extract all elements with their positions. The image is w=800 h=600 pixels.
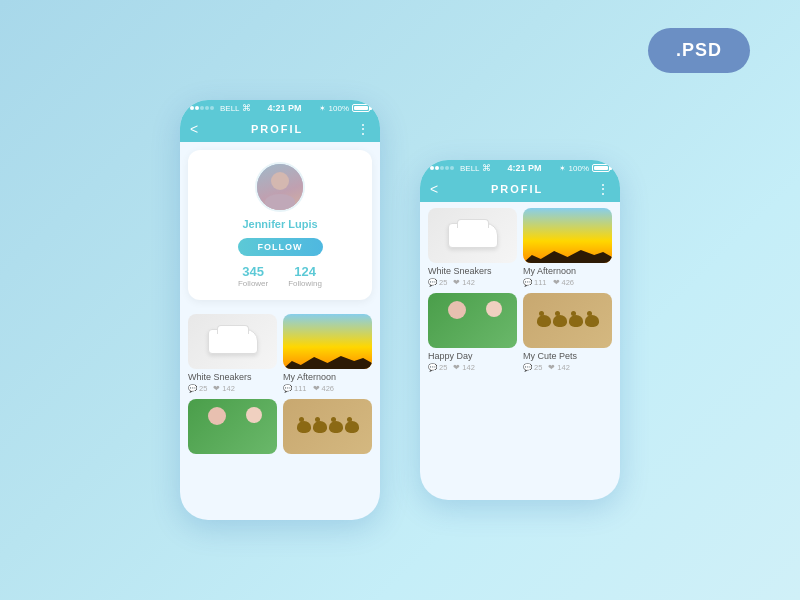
post-title-happy-sm: Happy Day <box>428 351 517 361</box>
menu-button-sm[interactable]: ⋮ <box>596 181 610 197</box>
follow-button[interactable]: FOLLOW <box>238 238 323 256</box>
bluetooth-icon: ✶ <box>319 104 326 113</box>
sneaker-shape-sm <box>448 223 498 248</box>
post-item-sunset-sm[interactable]: My Afternoon 💬 111 ❤ 426 <box>523 208 612 287</box>
posts-grid-large: White Sneakers 💬 25 ❤ 142 My Afternoon 💬… <box>180 308 380 463</box>
avatar <box>255 162 305 212</box>
post-item-happy[interactable] <box>188 399 277 457</box>
avatar-container <box>255 162 305 212</box>
phone-small: BELL ⌘ 4:21 PM ✶ 100% < PROFIL ⋮ <box>420 160 620 500</box>
time-display-sm: 4:21 PM <box>508 163 542 173</box>
carrier-label-sm: BELL <box>460 164 480 173</box>
thumb-puppies <box>283 399 372 454</box>
battery-icon-sm <box>592 164 610 172</box>
post-stats-puppies-sm: 💬 25 ❤ 142 <box>523 363 612 372</box>
likes-sneakers: ❤ 142 <box>213 384 235 393</box>
app-header-large: < PROFIL ⋮ <box>180 116 380 142</box>
battery-label-sm: 100% <box>569 164 589 173</box>
following-label: Following <box>288 279 322 288</box>
followers-label: Follower <box>238 279 268 288</box>
stats-container: 345 Follower 124 Following <box>200 264 360 288</box>
phone-large: BELL ⌘ 4:21 PM ✶ 100% < PROFIL ⋮ <box>180 100 380 520</box>
post-title-sunset: My Afternoon <box>283 372 372 382</box>
posts-grid-small: White Sneakers 💬 25 ❤ 142 My Afternoon 💬… <box>420 202 620 378</box>
battery-label: 100% <box>329 104 349 113</box>
thumb-sneakers-sm <box>428 208 517 263</box>
thumb-happy <box>188 399 277 454</box>
comments-sneakers: 💬 25 <box>188 384 207 393</box>
menu-button[interactable]: ⋮ <box>356 121 370 137</box>
post-item-happy-sm[interactable]: Happy Day 💬 25 ❤ 142 <box>428 293 517 372</box>
header-title-sm: PROFIL <box>491 183 543 195</box>
header-title: PROFIL <box>251 123 303 135</box>
thumb-sunset-sm <box>523 208 612 263</box>
post-item-puppies-sm[interactable]: My Cute Pets 💬 25 ❤ 142 <box>523 293 612 372</box>
time-display: 4:21 PM <box>268 103 302 113</box>
back-button[interactable]: < <box>190 121 198 137</box>
bluetooth-icon-sm: ✶ <box>559 164 566 173</box>
followers-count: 345 <box>238 264 268 279</box>
post-stats-happy-sm: 💬 25 ❤ 142 <box>428 363 517 372</box>
post-item-sneakers-sm[interactable]: White Sneakers 💬 25 ❤ 142 <box>428 208 517 287</box>
likes-sunset: ❤ 426 <box>313 384 335 393</box>
status-bar-small: BELL ⌘ 4:21 PM ✶ 100% <box>420 160 620 176</box>
post-stats-sneakers-sm: 💬 25 ❤ 142 <box>428 278 517 287</box>
status-bar-large: BELL ⌘ 4:21 PM ✶ 100% <box>180 100 380 116</box>
sneaker-shape <box>208 329 258 354</box>
post-stats-sneakers: 💬 25 ❤ 142 <box>188 384 277 393</box>
back-button-sm[interactable]: < <box>430 181 438 197</box>
wifi-icon: ⌘ <box>242 103 251 113</box>
avatar-image <box>257 164 303 210</box>
profile-name: Jennifer Lupis <box>200 218 360 230</box>
wifi-icon-sm: ⌘ <box>482 163 491 173</box>
thumb-sneakers <box>188 314 277 369</box>
thumb-puppies-sm <box>523 293 612 348</box>
post-item-sneakers[interactable]: White Sneakers 💬 25 ❤ 142 <box>188 314 277 393</box>
profile-card: Jennifer Lupis FOLLOW 345 Follower 124 F… <box>188 150 372 300</box>
post-stats-sunset: 💬 111 ❤ 426 <box>283 384 372 393</box>
battery-icon <box>352 104 370 112</box>
following-stat: 124 Following <box>288 264 322 288</box>
post-title-puppies-sm: My Cute Pets <box>523 351 612 361</box>
post-item-puppies[interactable] <box>283 399 372 457</box>
thumb-sunset <box>283 314 372 369</box>
comments-sunset: 💬 111 <box>283 384 307 393</box>
post-item-sunset[interactable]: My Afternoon 💬 111 ❤ 426 <box>283 314 372 393</box>
thumb-happy-sm <box>428 293 517 348</box>
psd-badge: .PSD <box>648 28 750 73</box>
followers-stat: 345 Follower <box>238 264 268 288</box>
post-stats-sunset-sm: 💬 111 ❤ 426 <box>523 278 612 287</box>
following-count: 124 <box>288 264 322 279</box>
phones-container: BELL ⌘ 4:21 PM ✶ 100% < PROFIL ⋮ <box>180 100 620 520</box>
post-title-sunset-sm: My Afternoon <box>523 266 612 276</box>
carrier-label: BELL <box>220 104 240 113</box>
app-header-small: < PROFIL ⋮ <box>420 176 620 202</box>
post-title-sneakers-sm: White Sneakers <box>428 266 517 276</box>
post-title-sneakers: White Sneakers <box>188 372 277 382</box>
